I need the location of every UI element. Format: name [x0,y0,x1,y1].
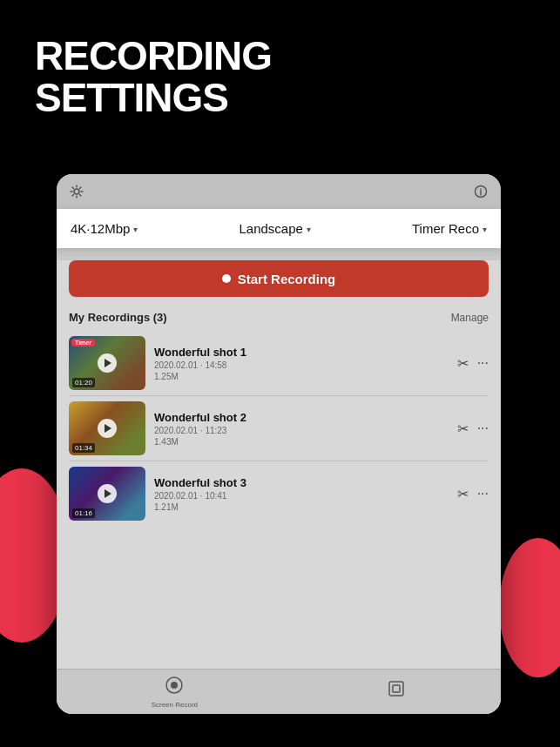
recording-date-3: 2020.02.01 · 10:41 [154,491,449,501]
recording-item: Timer 01:20 Wonderful shot 1 2020.02.01 … [57,331,501,395]
settings-icon[interactable] [69,184,84,199]
title-section: RECORDING SETTINGS [35,35,272,119]
page-title-line1: RECORDING [35,35,272,77]
recording-item-3: 01:16 Wonderful shot 3 2020.02.01 · 10:4… [57,461,501,526]
recording-info-1: Wonderful shot 1 2020.02.01 · 14:58 1.25… [154,346,449,381]
more-icon-1[interactable]: ··· [477,355,489,371]
red-accent-right [499,538,560,677]
settings-bar: 4K·12Mbp ▾ Landscape ▾ Timer Reco ▾ [57,209,501,248]
thumb-image-2: 01:34 [69,401,145,455]
nav-gallery[interactable] [387,679,406,704]
start-recording-label: Start Recording [238,272,336,286]
thumb-image-1: Timer 01:20 [69,336,145,390]
recordings-title: My Recordings (3) [69,311,167,324]
recording-size-3: 1.21M [154,502,449,512]
recording-size-1: 1.25M [154,372,449,381]
recording-item-2: 01:34 Wonderful shot 2 2020.02.01 · 11:2… [57,396,501,461]
orientation-label: Landscape [240,221,303,236]
more-icon-2[interactable]: ··· [477,421,489,436]
recording-name-1: Wonderful shot 1 [154,346,449,359]
recording-info-3: Wonderful shot 3 2020.02.01 · 10:41 1.21… [154,476,449,512]
play-icon-2 [105,424,111,433]
recording-thumbnail-1[interactable]: Timer 01:20 [69,336,145,390]
orientation-arrow: ▾ [307,225,311,234]
recording-date-1: 2020.02.01 · 14:58 [154,360,449,370]
play-icon-3 [105,489,111,498]
scissors-icon-2[interactable]: ✂ [457,421,469,437]
timer-label: Timer Reco [412,221,479,236]
recording-size-2: 1.43M [154,437,449,447]
recording-name-2: Wonderful shot 2 [154,411,449,424]
recordings-header: My Recordings (3) Manage [57,306,501,331]
timer-selector[interactable]: Timer Reco ▾ [412,221,487,236]
recording-actions-1: ✂ ··· [457,355,489,372]
device-bottom-nav: Screen Record [57,669,501,714]
page-title-line2: SETTINGS [35,77,272,118]
record-dot-icon [222,274,231,283]
gallery-icon [387,679,406,703]
svg-point-3 [171,682,178,689]
recording-info-2: Wonderful shot 2 2020.02.01 · 11:23 1.43… [154,411,449,447]
screen-record-icon [165,676,184,699]
device-content: Start Recording My Recordings (3) Manage… [57,260,501,714]
manage-button[interactable]: Manage [451,312,489,324]
scissors-icon-3[interactable]: ✂ [457,486,469,502]
screen-record-label: Screen Record [152,701,198,709]
recording-actions-2: ✂ ··· [457,421,489,437]
nav-screen-record[interactable]: Screen Record [152,676,198,709]
orientation-selector[interactable]: Landscape ▾ [240,221,311,236]
duration-label-3: 01:16 [72,508,95,518]
scissors-icon-1[interactable]: ✂ [457,355,469,372]
timer-badge-1: Timer [71,339,95,347]
recording-thumbnail-2[interactable]: 01:34 [69,401,145,455]
recording-name-3: Wonderful shot 3 [154,476,449,489]
thumb-image-3: 01:16 [69,467,145,521]
svg-rect-5 [393,685,400,692]
more-icon-3[interactable]: ··· [477,486,489,501]
play-icon-1 [105,359,111,367]
play-button-3[interactable] [98,484,117,503]
duration-label-1: 01:20 [72,378,95,387]
start-recording-button[interactable]: Start Recording [69,260,489,297]
quality-label: 4K·12Mbp [71,221,130,236]
timer-arrow: ▾ [482,225,487,234]
svg-rect-4 [389,682,403,696]
quality-selector[interactable]: 4K·12Mbp ▾ [71,221,138,236]
svg-point-0 [74,189,79,194]
play-button-2[interactable] [98,419,117,438]
info-icon[interactable] [473,184,489,199]
recording-thumbnail-3[interactable]: 01:16 [69,467,145,521]
recording-actions-3: ✂ ··· [457,486,489,502]
recording-date-2: 2020.02.01 · 11:23 [154,426,449,435]
play-button-1[interactable] [98,353,117,373]
device-frame: 4K·12Mbp ▾ Landscape ▾ Timer Reco ▾ Star… [57,174,501,714]
duration-label-2: 01:34 [72,443,95,453]
device-topbar [57,174,501,209]
quality-arrow: ▾ [133,225,138,234]
